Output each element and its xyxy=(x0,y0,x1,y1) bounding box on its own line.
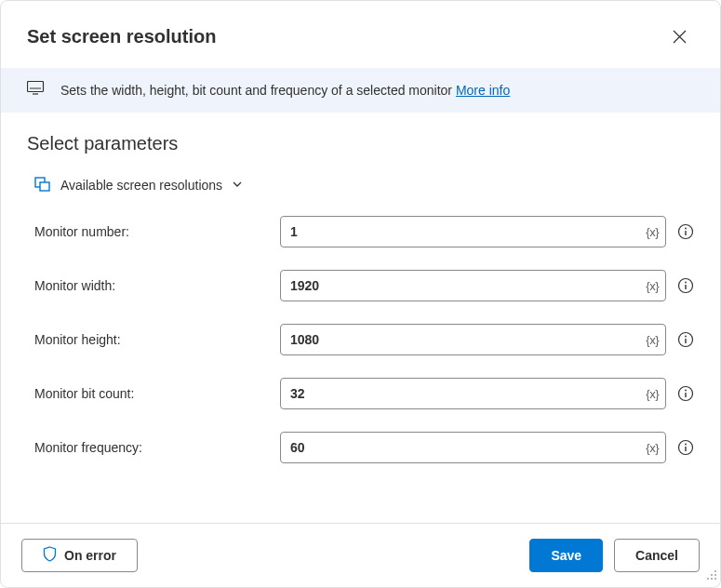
info-icon[interactable] xyxy=(677,223,694,240)
banner-description: Sets the width, height, bit count and fr… xyxy=(60,83,456,98)
monitor-settings-icon xyxy=(27,81,46,100)
svg-point-15 xyxy=(685,390,687,392)
dialog-footer: On error Save Cancel xyxy=(1,523,720,587)
input-wrap: {x} xyxy=(280,378,666,409)
label-monitor-width: Monitor width: xyxy=(27,278,269,293)
chevron-down-icon xyxy=(232,177,243,194)
on-error-button[interactable]: On error xyxy=(21,539,138,572)
variable-picker-icon[interactable]: {x} xyxy=(646,225,659,239)
label-monitor-height: Monitor height: xyxy=(27,332,269,347)
dialog: Set screen resolution Sets the width, he… xyxy=(0,0,721,588)
param-row-monitor-bit-count: Monitor bit count: {x} xyxy=(27,378,694,409)
svg-rect-0 xyxy=(28,82,44,92)
input-monitor-number[interactable] xyxy=(280,216,666,247)
variables-icon xyxy=(34,175,51,195)
on-error-label: On error xyxy=(64,548,116,563)
save-button[interactable]: Save xyxy=(529,539,603,572)
input-wrap: {x} xyxy=(280,432,666,463)
label-monitor-frequency: Monitor frequency: xyxy=(27,440,269,455)
input-wrap: {x} xyxy=(280,270,666,301)
content-area: Select parameters Available screen resol… xyxy=(1,113,720,523)
svg-point-18 xyxy=(685,444,687,446)
input-monitor-height[interactable] xyxy=(280,324,666,355)
section-title: Select parameters xyxy=(27,133,694,154)
shield-icon xyxy=(43,546,57,565)
dialog-header: Set screen resolution xyxy=(1,1,720,68)
param-row-monitor-frequency: Monitor frequency: {x} xyxy=(27,432,694,463)
label-monitor-number: Monitor number: xyxy=(27,224,269,239)
more-info-link[interactable]: More info xyxy=(456,83,510,98)
info-icon[interactable] xyxy=(677,439,694,456)
input-monitor-bit-count[interactable] xyxy=(280,378,666,409)
info-banner: Sets the width, height, bit count and fr… xyxy=(1,68,720,113)
info-icon[interactable] xyxy=(677,385,694,402)
info-icon[interactable] xyxy=(677,277,694,294)
input-monitor-width[interactable] xyxy=(280,270,666,301)
input-wrap: {x} xyxy=(280,324,666,355)
close-icon xyxy=(673,30,687,44)
banner-text: Sets the width, height, bit count and fr… xyxy=(60,83,510,98)
variable-picker-icon[interactable]: {x} xyxy=(646,333,659,347)
info-icon[interactable] xyxy=(677,331,694,348)
label-monitor-bit-count: Monitor bit count: xyxy=(27,386,269,401)
param-row-monitor-height: Monitor height: {x} xyxy=(27,324,694,355)
variable-picker-icon[interactable]: {x} xyxy=(646,441,659,455)
svg-point-9 xyxy=(685,282,687,284)
param-row-monitor-number: Monitor number: {x} xyxy=(27,216,694,247)
dialog-title: Set screen resolution xyxy=(27,26,216,47)
save-label: Save xyxy=(551,548,581,563)
close-button[interactable] xyxy=(664,21,694,51)
input-monitor-frequency[interactable] xyxy=(280,432,666,463)
param-row-monitor-width: Monitor width: {x} xyxy=(27,270,694,301)
available-resolutions-dropdown[interactable]: Available screen resolutions xyxy=(27,175,694,195)
svg-point-6 xyxy=(685,228,687,230)
cancel-button[interactable]: Cancel xyxy=(614,539,700,572)
svg-rect-4 xyxy=(40,182,49,191)
variable-picker-icon[interactable]: {x} xyxy=(646,387,659,401)
svg-point-12 xyxy=(685,336,687,338)
input-wrap: {x} xyxy=(280,216,666,247)
variable-picker-icon[interactable]: {x} xyxy=(646,279,659,293)
dropdown-label: Available screen resolutions xyxy=(60,178,222,193)
cancel-label: Cancel xyxy=(635,548,678,563)
